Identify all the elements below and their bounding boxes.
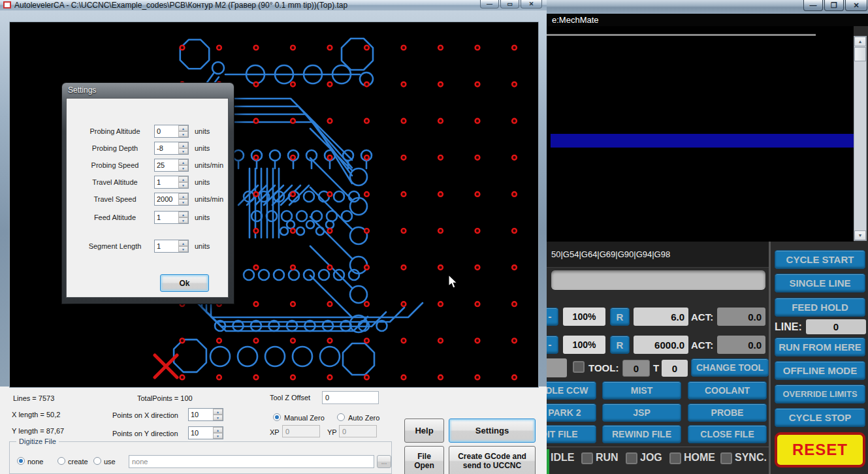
go-park-2-button[interactable]: GO PARK 2: [547, 403, 596, 422]
close-icon[interactable]: ✕: [845, 0, 867, 11]
tool-z-offset-label: Tool Z Offset: [270, 394, 310, 402]
feedrate-minus-button[interactable]: -: [547, 308, 558, 326]
settings-row-probing-speed: Probing Speed 25 ▲▼ units/min: [67, 158, 228, 172]
sync-led: [720, 452, 732, 464]
spinner-buttons[interactable]: ▲▼: [178, 212, 188, 223]
travel-altitude-stepper[interactable]: 1 ▲▼: [154, 176, 189, 189]
rewind-file-button[interactable]: REWIND FILE: [602, 425, 681, 443]
maximize-icon[interactable]: ▭: [500, 0, 519, 8]
tool-label: TOOL:: [588, 362, 619, 373]
minimize-icon[interactable]: —: [803, 0, 823, 11]
yp-field[interactable]: 0: [339, 425, 377, 437]
digitize-file-title: Digitize File: [16, 437, 59, 445]
status-idle: IDLE: [551, 452, 574, 464]
run-from-here-button[interactable]: RUN FROM HERE: [775, 338, 865, 356]
points-x-stepper[interactable]: 10 ▲▼: [188, 408, 223, 421]
offline-mode-button[interactable]: OFFLINE MODE: [775, 361, 865, 380]
restore-icon[interactable]: ❒: [824, 0, 844, 11]
setting-label: Travel Altitude: [78, 178, 152, 186]
x-length: X length = 50,2: [12, 411, 60, 419]
coolant-button[interactable]: COOLANT: [688, 381, 767, 400]
feed-altitude-stepper[interactable]: 1 ▲▼: [154, 211, 189, 224]
spindle-reset-button[interactable]: R: [610, 336, 630, 354]
spinner-buttons[interactable]: ▲▼: [178, 176, 188, 188]
title-bar[interactable]: AutolevelerCA - C:\UCCNC\Example_codes\P…: [0, 0, 547, 10]
setting-label: Probing Depth: [78, 144, 152, 152]
change-tool-button[interactable]: CHANGE TOOL: [691, 358, 769, 377]
file-open-button[interactable]: FileOpen: [404, 446, 444, 474]
manual-zero-label: Manual Zero: [284, 414, 325, 422]
browse-button[interactable]: ...: [377, 455, 391, 468]
override-limits-button[interactable]: OVERRIDE LIMITS: [775, 385, 865, 403]
spinner-buttons[interactable]: ▲▼: [178, 125, 188, 137]
status-jog: JOG: [640, 452, 662, 464]
spinner-buttons[interactable]: ▲▼: [213, 409, 223, 420]
spindle-field-fragment: [547, 358, 567, 377]
setting-label: Probing Altitude: [78, 127, 152, 135]
digitize-use-radio[interactable]: [93, 457, 101, 465]
scrollbar-thumb[interactable]: [854, 47, 866, 61]
feedrate-set-field[interactable]: 6.0: [634, 308, 688, 326]
mist-button[interactable]: MIST: [602, 381, 681, 400]
minimize-icon[interactable]: —: [480, 0, 499, 8]
create-gcode-button[interactable]: Create GCode andsend to UCCNC: [449, 446, 536, 474]
spindle-ccw-button[interactable]: SPINDLE CCW: [547, 381, 596, 400]
setting-label: Probing Speed: [78, 161, 152, 169]
probe-button[interactable]: PROBE: [688, 403, 767, 422]
scroll-down-icon[interactable]: ▼: [854, 230, 866, 240]
digitize-file-field[interactable]: none: [129, 455, 374, 468]
cycle-stop-button[interactable]: CYCLE STOP: [775, 408, 865, 427]
y-length: Y length = 87,67: [12, 427, 64, 435]
points-y-stepper[interactable]: 10 ▲▼: [188, 426, 223, 439]
setting-unit: units/min: [195, 161, 223, 169]
act-label: ACT:: [691, 340, 713, 351]
ok-button[interactable]: Ok: [160, 274, 209, 292]
reset-button[interactable]: RESET: [775, 432, 865, 467]
spindle-override-row: - 100% R 6000.0 ACT: 0.0: [547, 335, 769, 355]
probing-speed-stepper[interactable]: 25 ▲▼: [154, 159, 189, 172]
scroll-up-icon[interactable]: ▲: [854, 37, 866, 46]
act-label: ACT:: [691, 311, 713, 323]
tool-current-field: 0: [622, 360, 650, 377]
digitize-create-radio[interactable]: [57, 457, 65, 465]
tool-led: [573, 361, 585, 373]
cycle-start-button[interactable]: CYCLE START: [775, 250, 865, 269]
settings-dialog-title: Settings: [68, 86, 96, 95]
digitize-none-label: none: [27, 458, 43, 466]
close-icon[interactable]: ✕: [521, 0, 542, 8]
mdi-input[interactable]: [551, 270, 765, 290]
auto-zero-radio[interactable]: [337, 413, 345, 421]
gcode-viewer[interactable]: [547, 26, 854, 242]
manual-zero-radio[interactable]: [273, 413, 281, 421]
jsp-button[interactable]: JSP: [602, 403, 681, 422]
tool-z-offset-field[interactable]: 0: [322, 391, 379, 404]
segment-length-stepper[interactable]: 1 ▲▼: [154, 240, 189, 253]
spinner-buttons[interactable]: ▲▼: [213, 427, 223, 439]
line-number-field[interactable]: 0: [806, 319, 866, 334]
probing-altitude-stepper[interactable]: 0 ▲▼: [154, 125, 189, 138]
settings-dialog-content: Probing Altitude 0 ▲▼ units Probing Dept…: [66, 98, 229, 298]
settings-button[interactable]: Settings: [449, 419, 536, 443]
edit-file-button[interactable]: EDIT FILE: [547, 425, 596, 443]
auto-zero-label: Auto Zero: [348, 414, 379, 422]
travel-speed-stepper[interactable]: 2000 ▲▼: [154, 193, 189, 206]
single-line-button[interactable]: SINGLE LINE: [775, 274, 865, 292]
spinner-buttons[interactable]: ▲▼: [178, 159, 188, 171]
feed-hold-button[interactable]: FEED HOLD: [775, 298, 865, 317]
scrollbar[interactable]: ▲ ▼: [854, 36, 867, 241]
spinner-buttons[interactable]: ▲▼: [178, 142, 188, 154]
spinner-buttons[interactable]: ▲▼: [178, 193, 188, 205]
probing-depth-stepper[interactable]: -8 ▲▼: [154, 142, 189, 155]
spinner-buttons[interactable]: ▲▼: [178, 240, 188, 252]
t-label: T: [653, 362, 659, 373]
digitize-none-radio[interactable]: [17, 457, 25, 465]
help-button[interactable]: Help: [404, 419, 444, 443]
settings-row-travel-speed: Travel Speed 2000 ▲▼ units/min: [67, 192, 228, 206]
xp-label: XP: [270, 428, 280, 436]
xp-field[interactable]: 0: [282, 425, 320, 437]
feedrate-reset-button[interactable]: R: [610, 308, 630, 326]
close-file-button[interactable]: CLOSE FILE: [688, 425, 767, 443]
tool-selected-field[interactable]: 0: [662, 360, 688, 377]
spindle-set-field[interactable]: 6000.0: [634, 336, 688, 354]
spindle-minus-button[interactable]: -: [547, 336, 558, 354]
